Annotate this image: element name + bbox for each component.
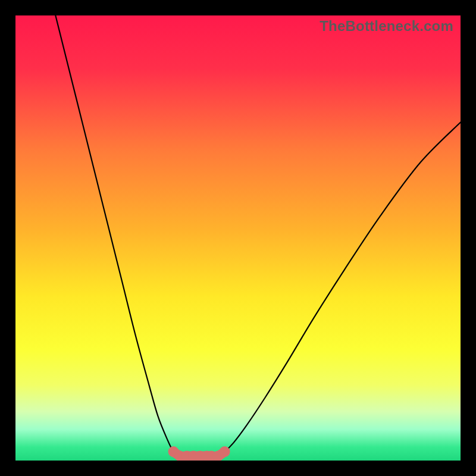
chart-frame: TheBottleneck.com bbox=[0, 0, 476, 476]
bottleneck-curve-right bbox=[211, 123, 461, 457]
marker-dot bbox=[220, 446, 230, 457]
watermark-text: TheBottleneck.com bbox=[320, 18, 453, 35]
bottleneck-curve-left bbox=[55, 15, 187, 456]
marker-dots bbox=[168, 446, 230, 461]
curve-layer bbox=[15, 15, 461, 461]
plot-area: TheBottleneck.com bbox=[15, 15, 461, 461]
